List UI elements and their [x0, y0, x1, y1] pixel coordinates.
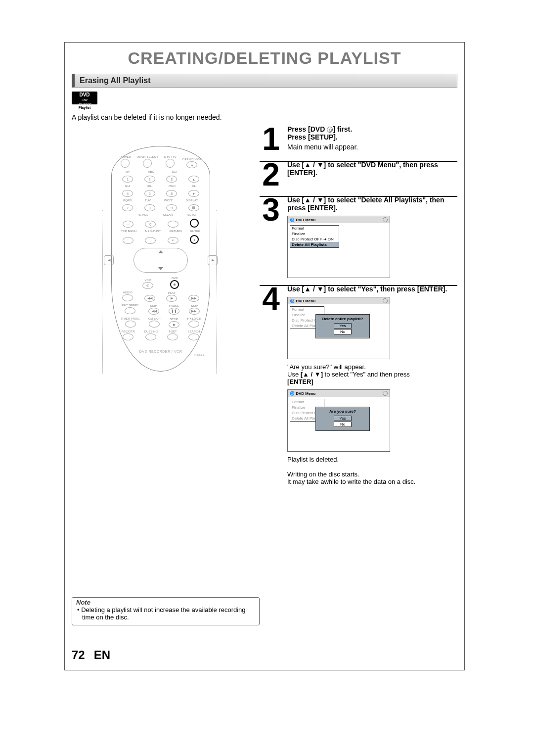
manual-page: CREATING/DELETING PLAYLIST Erasing All P…	[64, 42, 465, 670]
section-heading: Erasing All Playlist	[72, 74, 457, 88]
two-column-layout: POWER INPUT SELECT DTV / TV OPEN/CLOSE▲ …	[72, 126, 457, 492]
input-select-button	[143, 159, 152, 168]
pause-button: ❚❚	[169, 308, 179, 315]
key-2: 2	[144, 176, 155, 183]
rec-speed-button	[125, 307, 135, 314]
key-5: 5	[144, 190, 155, 197]
decorative-dots	[102, 210, 105, 374]
note-box: Note • Deleting a playlist will not incr…	[72, 597, 260, 625]
confirm-dialog: Delete entire playlist? Yes No	[315, 314, 370, 338]
remote-brand: DVD RECORDER / VCR NB666	[117, 350, 205, 356]
followup-text: "Are you sure?" will appear. Use [▲ / ▼]…	[287, 363, 457, 385]
dtv-tv-button	[166, 159, 175, 168]
dialog-yes: Yes	[334, 323, 352, 329]
key-4: 4	[122, 190, 133, 197]
dubbing-button	[145, 333, 156, 340]
disc-icon	[383, 217, 388, 222]
rec-otr-button	[123, 333, 134, 340]
skip-next-button: ▶▶|	[189, 308, 200, 315]
step-4: 4 Use [▲ / ▼] to select "Yes", then pres…	[260, 280, 457, 492]
enter-button: ●	[190, 235, 199, 244]
open-close-button: ▲	[186, 161, 197, 168]
dvd-menu-screen-delete: 🌀 DVD Menu Format Finalize Disc Protect …	[287, 297, 390, 359]
left-arrow-button: ◀	[104, 255, 114, 265]
menu-list-button	[145, 237, 156, 244]
step-number: 3	[260, 196, 282, 278]
disc-icon	[383, 298, 388, 303]
step-3: 3 Use [▲ / ▼] to select "Delete All Play…	[260, 191, 457, 286]
key-3: 3	[166, 176, 177, 183]
vcr-button: ◎	[142, 282, 153, 289]
menu-list: Format Finalize Disc Protect OFF ➔ ON De…	[290, 225, 339, 248]
dialog-yes: Yes	[334, 416, 352, 421]
steps-column: 1 Press [DVD ] first. Press [SETUP]. Mai…	[260, 126, 457, 492]
disc-icon	[383, 391, 388, 396]
power-button	[121, 159, 130, 168]
top-menu-button	[123, 237, 134, 244]
cm-skip-button	[149, 321, 160, 328]
step-body: Use [▲ / ▼] to select "Yes", then press …	[287, 285, 457, 485]
ch-up-button: ▲	[188, 176, 199, 183]
display-button: ▦	[188, 204, 199, 211]
remote-illustration: POWER INPUT SELECT DTV / TV OPEN/CLOSE▲ …	[111, 146, 210, 372]
decorative-dots	[216, 210, 219, 374]
title-block: CREATING/DELETING PLAYLIST	[65, 43, 464, 68]
disc-icon	[327, 127, 333, 133]
step-number: 4	[260, 285, 282, 485]
ch-down-button: ▼	[188, 190, 199, 197]
return-button: ↩	[168, 237, 178, 244]
remote-wrap: POWER INPUT SELECT DTV / TV OPEN/CLOSE▲ …	[72, 146, 250, 372]
timer-prog-button	[125, 321, 136, 328]
right-arrow-button: ▶	[208, 255, 218, 265]
key-6: 6	[166, 190, 177, 197]
key-9: 9	[166, 204, 177, 211]
play-button: ▶	[166, 295, 177, 302]
skip-prev-button: |◀◀	[148, 308, 159, 315]
audio-button	[122, 294, 133, 301]
dpad	[134, 248, 188, 273]
badge-row: DVD -RW VR MODE Playlist	[72, 92, 457, 104]
step-body: Use [▲ / ▼] to select "DVD Menu", then p…	[287, 161, 457, 189]
key-0: 0	[145, 221, 156, 228]
page-number: 72EN	[72, 648, 110, 662]
step-body: Use [▲ / ▼] to select "Delete All Playli…	[287, 196, 457, 278]
dialog-no: No	[334, 422, 352, 427]
key-1: 1	[122, 176, 133, 183]
confirm-dialog-sure: Are you sure? Yes No	[315, 407, 370, 431]
step-number: 1	[260, 125, 282, 154]
setup-button	[190, 219, 199, 228]
dvd-menu-screen-sure: 🌀 DVD Menu Format Finalize Disc Protect …	[287, 389, 390, 452]
remote-column: POWER INPUT SELECT DTV / TV OPEN/CLOSE▲ …	[72, 126, 250, 492]
clear-button	[168, 221, 178, 228]
dvd-button: ◉	[170, 280, 179, 289]
ff-button: ▶▶	[188, 295, 199, 302]
key-8: 8	[144, 204, 155, 211]
result-text: Playlist is deleted. Writing on the disc…	[287, 456, 457, 485]
x13-button	[188, 321, 199, 328]
step-number: 2	[260, 161, 282, 189]
note-body: • Deleting a playlist will not increase …	[72, 606, 259, 625]
t-set-button	[167, 333, 178, 340]
stop-button: ■	[169, 321, 179, 328]
dvd-rw-badge: DVD -RW VR MODE Playlist	[72, 92, 97, 104]
page-title: CREATING/DELETING PLAYLIST	[65, 48, 464, 68]
search-button	[188, 333, 199, 340]
step-body: Press [DVD ] first. Press [SETUP]. Main …	[287, 125, 457, 154]
key-7: 7	[122, 204, 133, 211]
dialog-no: No	[334, 329, 352, 334]
key-dash: —	[123, 221, 134, 228]
rew-button: ◀◀	[144, 295, 155, 302]
note-heading: Note	[72, 598, 259, 606]
dvd-menu-screen: 🌀 DVD Menu Format Finalize Disc Protect …	[287, 216, 390, 278]
